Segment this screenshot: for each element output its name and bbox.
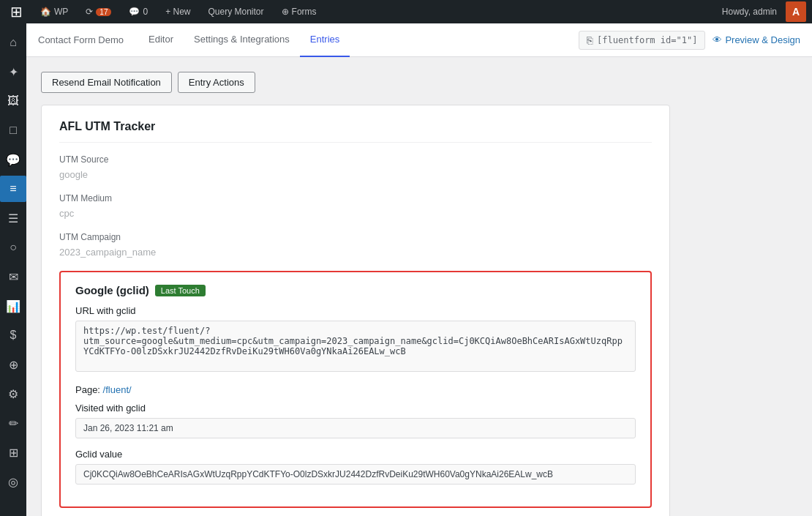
utm-medium-label: UTM Medium: [59, 193, 652, 203]
entry-actions-button[interactable]: Entry Actions: [178, 72, 255, 93]
update-icon: ⟳: [86, 7, 93, 17]
page-title: Contact Form Demo: [38, 34, 124, 45]
sidebar-item-mail[interactable]: ✉: [0, 263, 26, 290]
visited-gclid-label: Visited with gclid: [75, 403, 636, 414]
sidebar-item-stack[interactable]: ⊞: [0, 439, 26, 465]
utm-campaign-label: UTM Campaign: [59, 232, 652, 242]
utm-campaign-group: UTM Campaign 2023_campaign_name: [59, 232, 652, 259]
shortcode-icon: ⎘: [587, 34, 593, 46]
visited-gclid-input[interactable]: [75, 418, 636, 438]
gclid-value-input[interactable]: [75, 464, 636, 485]
site-name[interactable]: 🏠 WP: [36, 7, 72, 17]
sidebar-item-search[interactable]: ⊕: [0, 351, 26, 378]
page-link[interactable]: /fluent/: [103, 384, 132, 395]
header-right: ⎘ [fluentform id="1"] 👁 Preview & Design: [579, 31, 800, 50]
sidebar-item-pages[interactable]: □: [0, 117, 26, 143]
tab-settings[interactable]: Settings & Integrations: [184, 23, 300, 57]
site-icon: 🏠: [40, 7, 51, 17]
page-header: Contact Form Demo Editor Settings & Inte…: [26, 23, 812, 57]
utm-source-value: google: [59, 168, 652, 182]
gclid-value-label: Gclid value: [75, 449, 636, 460]
tab-entries[interactable]: Entries: [300, 23, 350, 57]
admin-avatar[interactable]: A: [786, 1, 806, 22]
url-gclid-input[interactable]: [75, 321, 636, 372]
utm-tracker-card: AFL UTM Tracker UTM Source google UTM Me…: [41, 105, 670, 516]
shortcode-display[interactable]: ⎘ [fluentform id="1"]: [579, 31, 705, 50]
eye-icon: 👁: [713, 34, 722, 45]
forms-item[interactable]: ⊕ Forms: [277, 7, 321, 17]
preview-button[interactable]: 👁 Preview & Design: [713, 34, 800, 45]
sidebar-item-circle2[interactable]: ◎: [0, 468, 26, 495]
forms-icon-adminbar: ⊕: [282, 7, 289, 17]
sidebar-item-comments[interactable]: 💬: [0, 146, 26, 173]
utm-campaign-value: 2023_campaign_name: [59, 245, 652, 259]
page-ref-row: Page: /fluent/: [75, 384, 636, 395]
wp-logo[interactable]: ⊞: [6, 3, 27, 20]
comments-item[interactable]: 💬 0: [124, 7, 152, 17]
sidebar-item-posts[interactable]: ✦: [0, 59, 26, 85]
sidebar-item-settings[interactable]: ⚙: [0, 381, 26, 407]
card-title: AFL UTM Tracker: [59, 120, 652, 143]
utm-medium-value: cpc: [59, 206, 652, 220]
gclid-value-row: Gclid value: [75, 449, 636, 485]
visited-gclid-row: Visited with gclid: [75, 403, 636, 438]
sidebar-item-dashboard[interactable]: ⌂: [0, 29, 26, 56]
sidebar-item-circle[interactable]: ○: [0, 234, 26, 261]
last-touch-badge: Last Touch: [155, 285, 206, 296]
google-section-title: Google (gclid) Last Touch: [75, 284, 636, 296]
howdy-text: Howdy, admin: [722, 7, 777, 17]
content-area: Resend Email Notification Entry Actions …: [26, 57, 685, 516]
query-monitor-item[interactable]: Query Monitor: [204, 7, 268, 17]
comment-icon: 💬: [129, 7, 140, 17]
utm-medium-group: UTM Medium cpc: [59, 193, 652, 220]
action-buttons: Resend Email Notification Entry Actions: [41, 72, 670, 93]
admin-bar: ⊞ 🏠 WP ⟳ 17 💬 0 + New Query Monitor ⊕ Fo…: [0, 0, 812, 23]
main-content: Contact Form Demo Editor Settings & Inte…: [26, 23, 812, 516]
utm-source-label: UTM Source: [59, 154, 652, 165]
url-gclid-row: URL with gclid: [75, 305, 636, 374]
sidebar-item-forms[interactable]: ≡: [0, 176, 26, 202]
utm-source-group: UTM Source google: [59, 154, 652, 182]
resend-email-button[interactable]: Resend Email Notification: [41, 72, 172, 93]
new-item[interactable]: + New: [161, 7, 195, 17]
google-gclid-section: Google (gclid) Last Touch URL with gclid…: [59, 271, 652, 508]
sidebar-item-chart[interactable]: 📊: [0, 293, 26, 319]
sidebar-item-pencil[interactable]: ✏: [0, 410, 26, 436]
sidebar-item-dollar[interactable]: $: [0, 322, 26, 348]
updates-item[interactable]: ⟳ 17: [81, 7, 116, 17]
url-gclid-label: URL with gclid: [75, 305, 636, 316]
sidebar: ⌂ ✦ 🖼 □ 💬 ≡ ☰ ○ ✉ 📊 $ ⊕ ⚙ ✏ ⊞ ◎: [0, 23, 26, 516]
sidebar-item-list[interactable]: ☰: [0, 205, 26, 231]
sidebar-item-media[interactable]: 🖼: [0, 88, 26, 114]
tab-editor[interactable]: Editor: [138, 23, 184, 57]
